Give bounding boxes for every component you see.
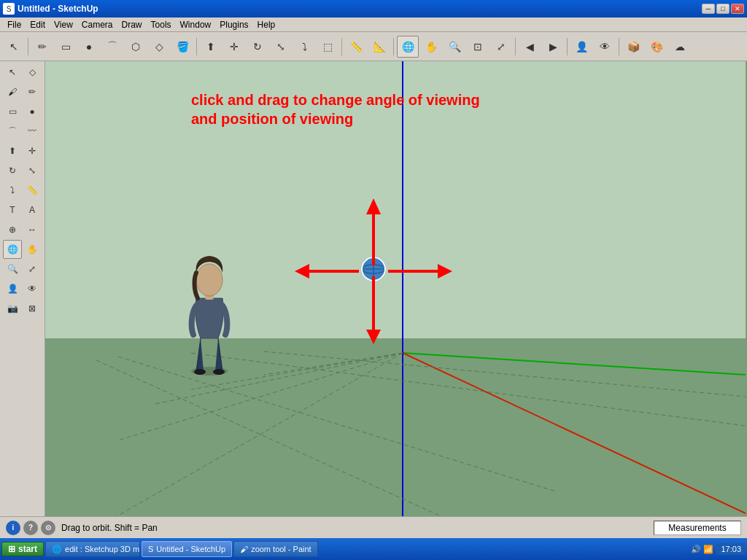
annotation-line1: click and drag to change angle of viewin…: [191, 90, 480, 109]
left-pencil-btn[interactable]: ✏: [23, 82, 42, 101]
left-dim-btn[interactable]: ↔: [23, 220, 42, 239]
zoomextents-tool-btn[interactable]: ⤢: [490, 36, 512, 58]
left-text-btn[interactable]: T: [3, 201, 22, 219]
viewport[interactable]: click and drag to change angle of viewin…: [45, 61, 747, 516]
left-circle-btn[interactable]: ●: [23, 102, 42, 121]
taskbar-item-1-label: edit : Sketchup 3D m...: [65, 545, 140, 553]
eraser-tool-btn[interactable]: ◇: [148, 36, 170, 58]
taskbar-item-2[interactable]: S Untitled - SketchUp: [142, 541, 232, 557]
materials-btn[interactable]: 🎨: [646, 36, 667, 58]
menu-edit[interactable]: Edit: [26, 19, 50, 31]
left-section-btn[interactable]: ⊠: [23, 299, 42, 318]
pushpull-tool-btn[interactable]: ⬆: [200, 36, 222, 58]
protractor-tool-btn[interactable]: 📐: [368, 36, 390, 58]
left-tape-btn[interactable]: 📏: [23, 181, 42, 200]
left-followme-btn[interactable]: ⤵: [3, 181, 22, 200]
left-tool-row-2: 🖌 ✏: [3, 82, 42, 101]
followme-tool-btn[interactable]: ⤵: [293, 36, 315, 58]
taskbar-item-3-icon: 🖌: [240, 545, 248, 553]
menu-view[interactable]: View: [50, 19, 77, 31]
left-freehand-btn[interactable]: 〰: [23, 122, 42, 141]
left-orbit-btn[interactable]: 🌐: [3, 240, 22, 259]
svg-rect-1: [45, 338, 746, 516]
taskbar-item-2-label: Untitled - SketchUp: [156, 545, 225, 553]
taskbar-item-1[interactable]: 🌐 edit : Sketchup 3D m...: [45, 541, 140, 557]
left-eraser-btn[interactable]: ◇: [23, 63, 42, 82]
left-tool-row-3: ▭ ●: [3, 102, 42, 121]
left-select-btn[interactable]: ↖: [3, 63, 22, 82]
left-walkthr-btn[interactable]: 👤: [3, 279, 22, 298]
left-pan-btn[interactable]: ✋: [23, 240, 42, 259]
left-zoom-btn[interactable]: 🔍: [3, 260, 22, 279]
close-button[interactable]: ✕: [731, 4, 744, 14]
left-lookat-btn[interactable]: 👁: [23, 279, 42, 298]
left-3dtext-btn[interactable]: A: [23, 201, 42, 219]
left-axes-btn[interactable]: ⊕: [3, 220, 22, 239]
left-tool-row-7: ⤵ 📏: [3, 181, 42, 200]
toolbar-separator-2: [196, 38, 197, 55]
taskbar-item-2-icon: S: [148, 545, 153, 553]
svg-point-17: [194, 369, 206, 375]
rectangle-tool-btn[interactable]: ▭: [55, 36, 77, 58]
annotation-text: click and drag to change angle of viewin…: [191, 90, 480, 128]
left-position-btn[interactable]: 📷: [3, 299, 22, 318]
menu-camera[interactable]: Camera: [77, 19, 117, 31]
status-help-text: Drag to orbit. Shift = Pan: [61, 523, 158, 533]
main-area: ↖ ◇ 🖌 ✏ ▭ ● ⌒ 〰 ⬆ ✛ ↻ ⤡ ⤵ 📏 T A: [0, 61, 747, 516]
tape-tool-btn[interactable]: 📏: [345, 36, 367, 58]
left-zoomext-btn[interactable]: ⤢: [23, 260, 42, 279]
next-view-btn[interactable]: ▶: [542, 36, 564, 58]
pan-tool-btn[interactable]: ✋: [420, 36, 442, 58]
taskbar-item-3[interactable]: 🖌 zoom tool - Paint: [233, 541, 318, 557]
prev-view-btn[interactable]: ◀: [519, 36, 541, 58]
toolbar-separator-3: [341, 38, 342, 55]
menu-draw[interactable]: Draw: [117, 19, 147, 31]
annotation-line2: and position of viewing: [191, 109, 480, 128]
zoom-tool-btn[interactable]: 🔍: [444, 36, 465, 58]
select-tool-btn[interactable]: ↖: [3, 36, 25, 58]
minimize-button[interactable]: ─: [702, 4, 715, 14]
menu-help[interactable]: Help: [253, 19, 280, 31]
clock: 17:03: [716, 543, 746, 555]
settings-icon[interactable]: ⊙: [41, 521, 55, 535]
toolbar-separator-4: [393, 38, 394, 55]
left-move-btn[interactable]: ✛: [23, 141, 42, 160]
menu-file[interactable]: File: [3, 19, 26, 31]
system-tray: 🔊 📶: [691, 545, 713, 554]
rotate-tool-btn[interactable]: ↻: [247, 36, 268, 58]
menu-tools[interactable]: Tools: [147, 19, 176, 31]
menu-plugins[interactable]: Plugins: [215, 19, 252, 31]
start-label: start: [18, 544, 37, 554]
help-icon[interactable]: ?: [23, 521, 38, 535]
left-paint-btn[interactable]: 🖌: [3, 82, 22, 101]
shadows-btn[interactable]: ☁: [669, 36, 691, 58]
menu-window[interactable]: Window: [176, 19, 216, 31]
scale-tool-btn[interactable]: ⤡: [270, 36, 292, 58]
left-rotate-btn[interactable]: ↻: [3, 161, 22, 180]
orbit-tool-btn[interactable]: 🌐: [397, 36, 419, 58]
polygon-tool-btn[interactable]: ⬡: [125, 36, 147, 58]
components-btn[interactable]: 📦: [622, 36, 644, 58]
move-tool-btn[interactable]: ✛: [223, 36, 245, 58]
lookat-btn[interactable]: 👁: [594, 36, 616, 58]
circle-tool-btn[interactable]: ●: [78, 36, 100, 58]
zoomwindow-tool-btn[interactable]: ⊡: [467, 36, 489, 58]
info-icon[interactable]: i: [6, 521, 20, 535]
start-button[interactable]: ⊞ start: [1, 542, 44, 556]
taskbar-item-1-icon: 🌐: [52, 545, 62, 554]
left-tool-row-1: ↖ ◇: [3, 63, 42, 82]
left-arc-btn[interactable]: ⌒: [3, 122, 22, 141]
toolbar-separator-1: [28, 38, 28, 55]
viewport-scene: [45, 61, 747, 516]
walkthrough-btn[interactable]: 👤: [570, 36, 592, 58]
left-tool-row-9: ⊕ ↔: [3, 220, 42, 239]
paint-tool-btn[interactable]: 🪣: [171, 36, 193, 58]
pencil-tool-btn[interactable]: ✏: [31, 36, 53, 58]
offset-tool-btn[interactable]: ⬚: [317, 36, 338, 58]
svg-point-18: [213, 369, 225, 375]
left-pushpull-btn[interactable]: ⬆: [3, 141, 22, 160]
left-rect-btn[interactable]: ▭: [3, 102, 22, 121]
maximize-button[interactable]: □: [716, 4, 729, 14]
arc-tool-btn[interactable]: ⌒: [101, 36, 123, 58]
left-scale-btn[interactable]: ⤡: [23, 161, 42, 180]
